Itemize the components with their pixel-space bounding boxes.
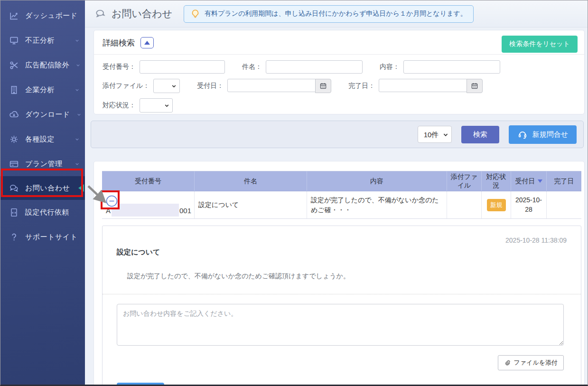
inquiry-message: 2025-10-28 11:38:09 設定について 設定が完了したので、不備が…	[103, 226, 581, 294]
actions-toolbar: 10件 検索 新規問合せ	[91, 121, 584, 148]
sidebar-item-ad-exclusion[interactable]: 広告配信除外	[0, 53, 85, 77]
advanced-search-panel: 詳細検索 検索条件をリセット 受付番号： 件名： 内容： 添付ファイル：	[93, 30, 585, 114]
sidebar-item-company-analysis[interactable]: 企業分析	[0, 77, 85, 102]
gear-icon	[9, 134, 19, 144]
sidebar-item-download[interactable]: ダウンロード	[0, 102, 85, 127]
per-page-select[interactable]: 10件	[418, 126, 452, 143]
sidebar-item-settings[interactable]: 各種設定	[0, 127, 85, 151]
active-item-marker	[78, 184, 84, 192]
sort-descending-icon	[538, 179, 542, 183]
new-inquiry-label: 新規問合せ	[532, 130, 568, 139]
sidebar-item-support-site[interactable]: サポートサイト	[0, 225, 85, 249]
chart-line-icon	[9, 10, 19, 21]
cell-attachment	[447, 191, 482, 218]
monitor-icon	[9, 35, 19, 46]
content-input[interactable]	[403, 60, 500, 74]
col-header-attachment: 添付ファイル	[447, 171, 482, 191]
inquiry-detail-panel: 2025-10-28 11:38:09 設定について 設定が完了したので、不備が…	[102, 226, 581, 386]
page-header: お問い合わせ 有料プランの利用期間は、申し込み日付にかかわらず申込日から１か月間…	[85, 0, 588, 28]
subject-input[interactable]	[266, 60, 363, 74]
redaction-box	[112, 204, 179, 217]
message-body: 設定が完了したので、不備がないか念のためご確認頂けますでしょうか。	[127, 272, 567, 281]
attach-file-button[interactable]: ファイルを添付	[498, 355, 564, 370]
attach-file-label: ファイルを添付	[513, 358, 558, 367]
submit-button[interactable]: 登 録	[117, 383, 164, 386]
cell-content: 設定が完了したので、不備がないか念のためご確・・・	[307, 191, 447, 218]
cloud-download-icon	[9, 109, 19, 120]
paperclip-icon	[504, 359, 511, 366]
subject-label: 件名：	[242, 63, 262, 71]
building-icon	[9, 85, 19, 95]
attachment-select[interactable]	[153, 79, 180, 93]
status-label: 対応状況：	[103, 101, 136, 110]
search-form: 受付番号： 件名： 内容： 添付ファイル： 受付日：	[94, 55, 584, 113]
reply-section: ファイルを添付 登 録	[103, 294, 581, 386]
sidebar-item-label: 不正分析	[25, 36, 68, 45]
page-title-text: お問い合わせ	[112, 7, 172, 20]
sidebar-item-label: ダウンロード	[25, 110, 70, 119]
sidebar: ダッシュボード 不正分析 広告配信除外 企業分析	[0, 0, 85, 385]
sidebar-item-plan-management[interactable]: プラン管理	[0, 151, 85, 176]
collapse-panel-button[interactable]	[140, 37, 154, 48]
col-header-content: 内容	[307, 171, 447, 191]
sidebar-item-inquiry[interactable]: お問い合わせ	[0, 176, 85, 200]
col-header-completion-date: 完了日	[547, 171, 581, 191]
search-panel-header: 詳細検索 検索条件をリセット	[94, 30, 584, 55]
reception-date-label: 受付日：	[197, 82, 224, 90]
chevron-down-icon	[75, 63, 81, 68]
page-title: お問い合わせ	[94, 7, 172, 20]
table-row[interactable]: A001 設定について 設定が完了したので、不備がないか念のためご確・・・ 新規…	[102, 191, 581, 219]
col-header-label: 受付日	[515, 177, 535, 186]
collapse-row-button[interactable]	[105, 194, 119, 208]
col-header-status: 対応状況	[482, 171, 511, 191]
reception-number-value: A001	[106, 204, 191, 215]
col-header-reception-number: 受付番号	[102, 171, 195, 191]
reply-textarea[interactable]	[117, 304, 564, 346]
completion-date-label: 完了日：	[348, 82, 375, 90]
main-area: お問い合わせ 有料プランの利用期間は、申し込み日付にかかわらず申込日から１か月間…	[85, 0, 588, 385]
sidebar-item-label: プラン管理	[25, 160, 68, 169]
chevron-down-icon	[75, 38, 80, 43]
reception-number-label: 受付番号：	[103, 63, 136, 71]
status-select[interactable]	[140, 98, 173, 113]
chevron-down-icon	[75, 137, 80, 142]
chevron-down-icon	[75, 161, 80, 167]
document-code-icon	[9, 207, 19, 217]
completion-date-input[interactable]	[379, 79, 467, 92]
calendar-icon[interactable]	[315, 79, 331, 93]
sidebar-item-label: 企業分析	[25, 85, 68, 94]
cell-subject: 設定について	[195, 191, 307, 218]
calendar-icon[interactable]	[467, 79, 483, 93]
card-icon	[9, 159, 19, 169]
sidebar-item-setup-request[interactable]: 設定代行依頼	[0, 200, 85, 225]
col-header-reception-date[interactable]: 受付日	[511, 171, 547, 191]
cell-reception-date: 2025-10-28	[511, 191, 547, 218]
reception-date-input[interactable]	[227, 79, 316, 92]
sidebar-item-label: サポートサイト	[25, 233, 80, 242]
search-button[interactable]: 検索	[461, 126, 499, 143]
notice-text: 有料プランの利用期間は、申し込み日付にかかわらず申込日から１か月間となります。	[205, 9, 467, 18]
reception-number-input[interactable]	[140, 60, 225, 74]
inquiry-table: 受付番号 件名 内容 添付ファイル 対応状況 受付日 完了日	[102, 171, 581, 219]
status-badge: 新規	[487, 199, 506, 211]
headset-icon	[517, 129, 528, 140]
content-label: 内容：	[380, 63, 400, 71]
cell-completion-date	[547, 191, 581, 218]
sidebar-item-label: 広告配信除外	[25, 61, 69, 70]
search-panel-title: 詳細検索	[103, 38, 135, 48]
sidebar-item-dashboard[interactable]: ダッシュボード	[0, 3, 85, 28]
table-header-row: 受付番号 件名 内容 添付ファイル 対応状況 受付日 完了日	[102, 171, 581, 191]
new-inquiry-button[interactable]: 新規問合せ	[509, 125, 577, 144]
notice-banner: 有料プランの利用期間は、申し込み日付にかかわらず申込日から１か月間となります。	[184, 5, 474, 23]
question-icon	[9, 232, 19, 242]
chat-icon	[94, 8, 107, 20]
app-window: ダッシュボード 不正分析 広告配信除外 企業分析	[0, 0, 588, 386]
scissors-icon	[9, 60, 19, 70]
attachment-label: 添付ファイル：	[103, 82, 149, 90]
triangle-up-icon	[144, 41, 150, 45]
col-header-subject: 件名	[195, 171, 307, 191]
sidebar-item-fraud-analysis[interactable]: 不正分析	[0, 28, 85, 53]
chevron-down-icon	[76, 112, 82, 117]
reset-search-button[interactable]: 検索条件をリセット	[502, 36, 578, 53]
sidebar-item-label: お問い合わせ	[25, 184, 80, 193]
